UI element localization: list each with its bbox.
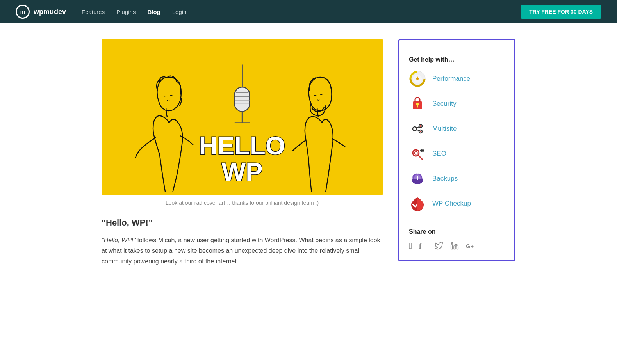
page-content: HELLO WP Look at our rad cover art… than…: [94, 39, 523, 267]
svg-point-24: [420, 125, 421, 127]
svg-line-22: [417, 127, 419, 128]
nav-features[interactable]: Features: [82, 9, 105, 15]
seo-label[interactable]: SEO: [432, 150, 446, 158]
share-title: Share on: [409, 228, 505, 235]
hero-image: HELLO WP: [102, 39, 383, 195]
svg-point-28: [414, 151, 417, 154]
sidebar: Get help with… Performance: [398, 39, 515, 267]
bottom-divider: [407, 220, 506, 220]
multisite-icon: [409, 120, 426, 137]
svg-text:HELLO: HELLO: [199, 131, 285, 160]
security-label[interactable]: Security: [432, 100, 456, 108]
get-help-title: Get help with…: [409, 56, 505, 63]
article-body: "Hello, WP!" follows Micah, a new user g…: [102, 235, 383, 267]
nav-plugins[interactable]: Plugins: [116, 9, 136, 15]
svg-rect-2: [235, 87, 250, 111]
top-divider: [407, 48, 506, 48]
hero-caption: Look at our rad cover art… thanks to our…: [102, 200, 383, 206]
backups-icon: [409, 170, 426, 187]
facebook-icon[interactable]: : [409, 241, 412, 251]
googleplus-share-icon[interactable]: G+: [466, 241, 474, 250]
svg-point-15: [416, 78, 419, 80]
logo[interactable]: m wpmudev: [16, 5, 66, 19]
main-nav: Features Plugins Blog Login: [82, 9, 186, 15]
cta-button[interactable]: TRY FREE FOR 30 DAYS: [521, 5, 601, 19]
article-italic: "Hello, WP!": [102, 237, 136, 243]
help-item-seo[interactable]: SEO: [409, 145, 505, 162]
linkedin-share-icon[interactable]: [450, 241, 459, 250]
svg-text:WP: WP: [221, 158, 262, 186]
backups-label[interactable]: Backups: [432, 175, 458, 183]
share-icons:  f G+: [409, 241, 505, 251]
facebook-share-icon[interactable]: f: [419, 241, 428, 250]
security-icon: [409, 95, 426, 112]
seo-icon: [409, 145, 426, 162]
help-item-multisite[interactable]: Multisite: [409, 120, 505, 137]
help-item-performance[interactable]: Performance: [409, 70, 505, 87]
twitter-share-icon[interactable]: [435, 241, 443, 250]
svg-line-23: [417, 130, 419, 131]
multisite-label[interactable]: Multisite: [432, 125, 457, 133]
logo-text: wpmudev: [34, 8, 66, 16]
site-header: m wpmudev Features Plugins Blog Login TR…: [0, 0, 617, 23]
svg-text:G+: G+: [466, 243, 474, 249]
svg-line-27: [418, 155, 422, 159]
logo-icon: m: [16, 5, 30, 19]
help-item-security[interactable]: Security: [409, 95, 505, 112]
nav-blog[interactable]: Blog: [147, 9, 160, 15]
svg-point-18: [416, 103, 419, 105]
svg-point-35: [451, 242, 453, 244]
svg-point-25: [420, 131, 421, 132]
performance-label[interactable]: Performance: [432, 75, 470, 83]
sidebar-box: Get help with… Performance: [398, 39, 515, 261]
hero-svg: HELLO WP: [102, 39, 383, 195]
svg-text:f: f: [419, 242, 422, 250]
svg-point-19: [413, 127, 417, 131]
nav-login[interactable]: Login: [172, 9, 187, 15]
article: HELLO WP Look at our rad cover art… than…: [102, 39, 383, 267]
wpcheckup-icon: [409, 195, 426, 212]
help-item-wpcheckup[interactable]: WP Checkup: [409, 195, 505, 212]
wpcheckup-label[interactable]: WP Checkup: [432, 200, 471, 208]
header-left: m wpmudev Features Plugins Blog Login: [16, 5, 186, 19]
help-item-backups[interactable]: Backups: [409, 170, 505, 187]
article-title: “Hello, WP!”: [102, 218, 383, 228]
performance-icon: [409, 70, 426, 87]
